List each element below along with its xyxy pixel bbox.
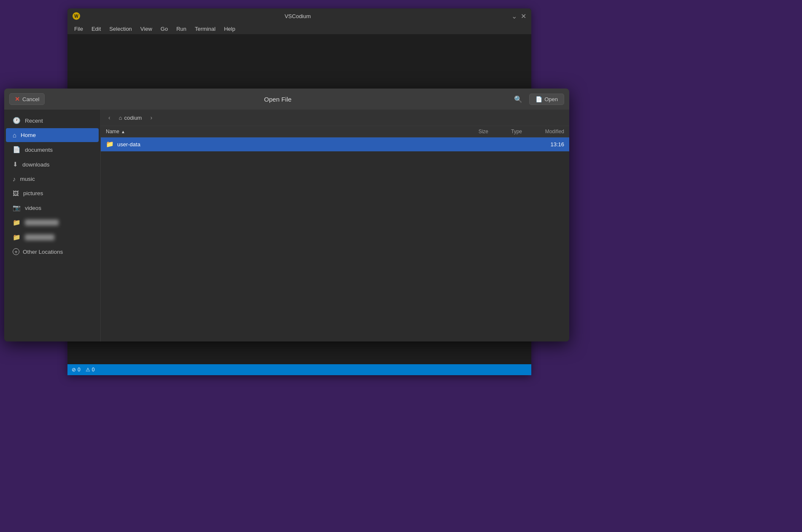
sidebar-item-blurred-1[interactable]: 📁 [6, 215, 99, 230]
warning-icon: ⚠ [86, 367, 90, 373]
sort-arrow-icon: ▲ [121, 129, 125, 134]
blurred-label-1 [25, 220, 59, 226]
close-button[interactable]: ✕ [520, 13, 526, 19]
folder-icon-1: 📁 [13, 219, 21, 226]
menu-view[interactable]: View [137, 24, 156, 33]
folder-icon: 📁 [106, 140, 114, 148]
toolbar: ‹ ⌂ codium › [101, 110, 569, 126]
menu-file[interactable]: File [71, 24, 86, 33]
cancel-icon: ✕ [15, 96, 20, 102]
menu-edit[interactable]: Edit [88, 24, 104, 33]
menu-terminal[interactable]: Terminal [191, 24, 219, 33]
sidebar: 🕐 Recent ⌂ Home 📄 documents ⬇ downloads … [4, 110, 100, 341]
menu-go[interactable]: Go [157, 24, 171, 33]
sidebar-item-label: Recent [25, 118, 43, 124]
sidebar-item-home[interactable]: ⌂ Home [6, 128, 99, 142]
other-locations-label: Other Locations [23, 249, 63, 255]
menu-help[interactable]: Help [221, 24, 239, 33]
pictures-icon: 🖼 [13, 190, 19, 197]
main-content: ‹ ⌂ codium › Name ▲ Size Type [100, 110, 569, 341]
titlebar: W VSCodium ⌄ ✕ [67, 8, 531, 24]
recent-icon: 🕐 [13, 117, 21, 124]
documents-icon: 📄 [13, 146, 21, 153]
sidebar-item-label: music [20, 176, 35, 182]
music-icon: ♪ [13, 175, 16, 183]
folder-icon-2: 📁 [13, 234, 21, 241]
downloads-icon: ⬇ [13, 161, 18, 168]
blurred-label-2 [25, 234, 54, 240]
videos-icon: 📷 [13, 204, 21, 212]
breadcrumb-home[interactable]: ⌂ codium [116, 113, 145, 122]
cancel-button[interactable]: ✕ Cancel [9, 93, 45, 105]
open-file-dialog: ✕ Cancel Open File 🔍 📄 Open 🕐 Recent ⌂ H… [4, 89, 569, 341]
open-button[interactable]: 📄 Open [529, 94, 564, 105]
file-row-user-data[interactable]: 📁 user-data 13:16 [101, 137, 569, 151]
sidebar-item-label: Home [21, 132, 36, 138]
sidebar-item-blurred-2[interactable]: 📁 [6, 230, 99, 245]
error-icon: ⊘ [72, 367, 76, 373]
sidebar-item-documents[interactable]: 📄 documents [6, 142, 99, 157]
sidebar-item-label: documents [25, 147, 53, 153]
open-file-icon: 📄 [536, 96, 542, 102]
search-button[interactable]: 🔍 [511, 93, 526, 105]
sidebar-item-label: downloads [22, 161, 50, 168]
menu-selection[interactable]: Selection [106, 24, 135, 33]
sidebar-item-downloads[interactable]: ⬇ downloads [6, 157, 99, 172]
dialog-actions: 🔍 📄 Open [511, 93, 564, 105]
col-header-size[interactable]: Size [455, 129, 488, 134]
warning-count: ⚠ 0 [86, 367, 95, 373]
file-name: user-data [117, 141, 455, 148]
sidebar-item-pictures[interactable]: 🖼 pictures [6, 186, 99, 200]
forward-button[interactable]: › [148, 113, 155, 122]
sidebar-item-music[interactable]: ♪ music [6, 172, 99, 186]
back-button[interactable]: ‹ [106, 113, 113, 122]
app-icon: W [73, 12, 80, 20]
col-name-label: Name [106, 129, 119, 134]
breadcrumb-label: codium [124, 115, 142, 121]
dialog-header: ✕ Cancel Open File 🔍 📄 Open [4, 89, 569, 110]
sidebar-item-label: videos [25, 205, 41, 211]
open-label: Open [544, 96, 558, 102]
col-header-modified[interactable]: Modified [522, 129, 564, 134]
sidebar-item-label: pictures [23, 190, 43, 196]
col-header-type[interactable]: Type [488, 129, 522, 134]
home-icon: ⌂ [13, 132, 16, 139]
minimize-button[interactable]: ⌄ [511, 13, 517, 19]
dialog-title: Open File [45, 96, 511, 103]
menubar: File Edit Selection View Go Run Terminal… [67, 24, 531, 34]
sidebar-item-videos[interactable]: 📷 videos [6, 201, 99, 215]
plus-icon: + [13, 248, 19, 255]
window-title: VSCodium [84, 13, 511, 19]
cancel-label: Cancel [22, 96, 39, 102]
statusbar: ⊘ 0 ⚠ 0 [67, 364, 531, 375]
menu-run[interactable]: Run [173, 24, 190, 33]
file-modified: 13:16 [522, 141, 564, 148]
col-header-name[interactable]: Name ▲ [106, 129, 455, 134]
sidebar-item-other-locations[interactable]: + Other Locations [6, 245, 99, 258]
error-count: ⊘ 0 [72, 367, 81, 373]
breadcrumb-home-icon: ⌂ [119, 115, 122, 121]
sidebar-item-recent[interactable]: 🕐 Recent [6, 113, 99, 128]
dialog-body: 🕐 Recent ⌂ Home 📄 documents ⬇ downloads … [4, 110, 569, 341]
file-list-header: Name ▲ Size Type Modified [101, 126, 569, 137]
window-controls[interactable]: ⌄ ✕ [511, 13, 526, 19]
file-list: 📁 user-data 13:16 [101, 137, 569, 341]
